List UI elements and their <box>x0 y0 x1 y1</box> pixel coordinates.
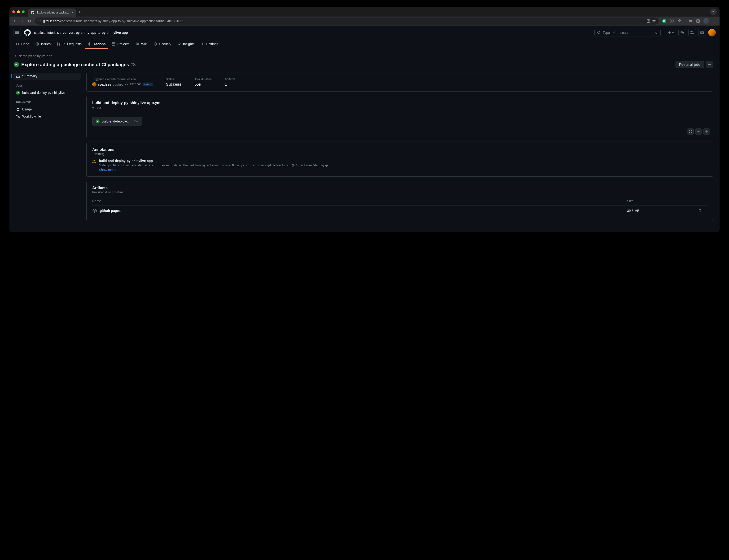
artifacts-card: Artifacts Produced during runtime Name S… <box>86 181 713 221</box>
profile-avatar[interactable] <box>703 18 709 24</box>
site-settings-icon[interactable] <box>38 19 41 23</box>
new-tab-button[interactable]: + <box>79 10 81 14</box>
job-chip[interactable]: build-and-deploy-py-shin… 45s <box>92 117 142 126</box>
branch-badge[interactable]: main <box>143 83 153 86</box>
inbox-button[interactable] <box>698 29 706 36</box>
browser-tab-active[interactable]: Explore adding a package cac × <box>28 9 76 17</box>
svg-point-16 <box>597 31 600 34</box>
workflow-icon <box>16 114 20 118</box>
command-palette-icon[interactable] <box>654 31 658 35</box>
zoom-out-button[interactable] <box>695 128 702 135</box>
artifacts-subtitle: Produced during runtime <box>92 191 707 194</box>
svg-point-34 <box>710 64 711 65</box>
svg-point-21 <box>693 33 694 34</box>
nav-projects[interactable]: Projects <box>109 40 132 49</box>
svg-point-32 <box>708 64 709 65</box>
add-dropdown-button[interactable] <box>666 29 676 36</box>
sidebar-summary[interactable]: Summary <box>13 73 81 80</box>
svg-point-25 <box>57 44 58 45</box>
forward-button[interactable] <box>20 19 24 23</box>
back-to-workflow-link[interactable]: demo-py-shinylive-app <box>14 53 713 59</box>
issues-button[interactable] <box>678 29 686 36</box>
artifact-row: github-pages 39.3 MB <box>92 205 707 216</box>
show-more-link[interactable]: Show more <box>99 168 116 172</box>
svg-point-23 <box>37 44 38 44</box>
svg-rect-10 <box>689 21 691 22</box>
address-bar[interactable]: github.com/coatless-tutorials/convert-py… <box>35 17 659 25</box>
status-value: Success <box>166 82 181 87</box>
extensions-icon[interactable] <box>677 19 681 23</box>
nav-security[interactable]: Security <box>151 40 174 49</box>
page-title-row: Explore adding a package cache of CI pac… <box>14 61 713 68</box>
home-icon <box>16 74 20 78</box>
extension-icon-1[interactable]: G <box>662 19 666 23</box>
nav-insights[interactable]: Insights <box>175 40 197 49</box>
annotation-message: Node.js 16 actions are deprecated. Pleas… <box>99 164 707 167</box>
nav-pulls[interactable]: Pull requests <box>54 40 84 49</box>
artifact-name-link[interactable]: github-pages <box>100 209 627 213</box>
commit-icon <box>125 83 128 86</box>
kebab-menu-button[interactable] <box>706 61 713 68</box>
svg-point-26 <box>59 44 60 45</box>
close-window-button[interactable] <box>12 10 15 13</box>
actor-avatar[interactable] <box>92 82 97 87</box>
bookmark-icon[interactable] <box>652 19 656 23</box>
workflow-filename: build-and-deploy-py-shinylive-app.yml <box>92 101 707 105</box>
trigger-line: coatless pushed 1323062 main <box>92 82 153 87</box>
svg-point-31 <box>202 44 203 44</box>
svg-rect-0 <box>38 20 39 21</box>
browser-tab-bar: Explore adding a package cac × + <box>9 7 720 17</box>
nav-issues[interactable]: Issues <box>33 40 53 49</box>
commit-sha[interactable]: 1323062 <box>130 83 142 86</box>
github-favicon-icon <box>31 11 35 14</box>
extension-icon-2[interactable] <box>670 19 674 23</box>
delete-artifact-button[interactable] <box>698 209 707 213</box>
rerun-button[interactable]: Re-run all jobs <box>676 61 704 68</box>
fullscreen-button[interactable] <box>687 128 694 135</box>
search-input[interactable]: Type / to search <box>594 29 661 36</box>
close-tab-button[interactable]: × <box>71 11 73 14</box>
back-button[interactable] <box>12 19 17 23</box>
user-avatar[interactable] <box>708 29 716 36</box>
sidebar-usage[interactable]: Usage <box>13 106 81 113</box>
nav-settings[interactable]: Settings <box>198 40 221 49</box>
install-app-icon[interactable] <box>646 19 650 23</box>
page-title: Explore adding a package cache of CI pac… <box>21 62 136 67</box>
tab-dropdown-button[interactable] <box>710 9 717 15</box>
tab-title: Explore adding a package cac <box>36 11 70 14</box>
svg-rect-4 <box>38 22 39 22</box>
chrome-menu-icon[interactable] <box>712 19 717 23</box>
svg-point-15 <box>714 22 715 22</box>
svg-rect-28 <box>112 43 115 45</box>
nav-actions[interactable]: Actions <box>85 40 108 49</box>
hamburger-button[interactable] <box>13 29 21 36</box>
sidebar-job-item[interactable]: build-and-deploy-py-shinylive-… <box>13 89 81 96</box>
breadcrumb-owner[interactable]: coatless-tutorials <box>34 31 59 35</box>
success-icon <box>16 91 20 95</box>
maximize-window-button[interactable] <box>22 10 25 13</box>
annotation-name: build-and-deploy-py-shinylive-app <box>99 159 707 163</box>
warning-icon <box>92 159 96 163</box>
pull-requests-button[interactable] <box>688 29 696 36</box>
breadcrumb-repo[interactable]: convert-py-shiny-app-to-py-shinylive-app <box>63 31 128 35</box>
artifacts-header-row: Name Size <box>92 198 707 205</box>
annotations-count: 1 warning <box>92 152 707 156</box>
search-kbd: / <box>612 31 615 34</box>
actor-name[interactable]: coatless <box>98 83 111 86</box>
sidebar-workflow-file[interactable]: Workflow file <box>13 113 81 120</box>
artifact-size: 39.3 MB <box>627 209 698 213</box>
minimize-window-button[interactable] <box>17 10 20 13</box>
browser-window: Explore adding a package cac × + github.… <box>9 7 720 232</box>
artifacts-title: Artifacts <box>92 186 707 190</box>
github-logo-icon[interactable] <box>24 29 31 36</box>
sidepanel-icon[interactable] <box>696 19 700 23</box>
svg-rect-1 <box>40 20 41 21</box>
reload-button[interactable] <box>27 19 32 23</box>
svg-rect-2 <box>38 21 39 21</box>
nav-wiki[interactable]: Wiki <box>133 40 150 49</box>
zoom-in-button[interactable] <box>703 128 710 135</box>
nav-code[interactable]: Code <box>13 40 31 49</box>
artifacts-count: 1 <box>225 82 235 87</box>
annotations-title: Annotations <box>92 148 707 152</box>
media-control-icon[interactable] <box>688 19 693 23</box>
